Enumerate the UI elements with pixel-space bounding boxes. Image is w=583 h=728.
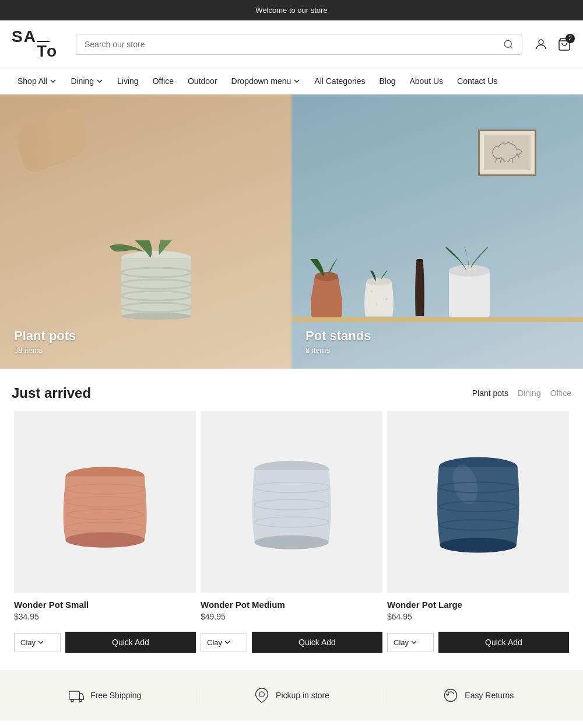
logo-text: SA To	[12, 29, 58, 60]
filter-plant-pots[interactable]: Plant pots	[472, 388, 508, 398]
product-name-1: Wonder Pot Small	[14, 600, 196, 610]
returns-icon	[442, 687, 459, 704]
free-shipping-label: Free Shipping	[90, 691, 141, 700]
nav-item-living[interactable]: Living	[111, 74, 145, 88]
products-grid: Wonder Pot Small $34.95 Clay Quick Add	[0, 411, 583, 664]
svg-point-14	[385, 298, 387, 300]
quick-add-button-3[interactable]: Quick Add	[438, 632, 569, 653]
info-pickup: Pickup in store	[198, 687, 384, 704]
account-icon-button[interactable]	[534, 37, 548, 51]
svg-point-11	[315, 272, 338, 281]
svg-point-0	[504, 40, 511, 47]
just-arrived-section: Just arrived Plant pots Dining Office	[0, 369, 583, 664]
nav-item-blog[interactable]: Blog	[373, 74, 401, 88]
svg-point-10	[121, 313, 191, 320]
free-shipping-icon	[68, 687, 85, 704]
nav-item-outdoor[interactable]: Outdoor	[182, 74, 223, 88]
hero-pot-stands-subtitle: 8 items	[305, 346, 371, 355]
svg-point-18	[449, 265, 490, 276]
hero-plant-pots-subtitle: 38 items	[14, 346, 76, 355]
search-bar[interactable]	[76, 34, 522, 55]
header: SA To 2	[0, 20, 583, 68]
section-header: Just arrived Plant pots Dining Office	[0, 369, 583, 411]
nav-item-dropdown-menu[interactable]: Dropdown menu	[226, 74, 307, 88]
hero-pot-stands[interactable]: Pot stands 8 items	[292, 94, 583, 369]
quick-add-button-1[interactable]: Quick Add	[65, 632, 196, 653]
nav-item-dining[interactable]: Dining	[65, 74, 109, 88]
product-actions-2: Clay Quick Add	[198, 632, 385, 653]
svg-point-38	[79, 699, 82, 702]
svg-point-26	[254, 536, 328, 550]
product-info-2: Wonder Pot Medium $49.95	[198, 593, 385, 632]
variant-select-3[interactable]: Clay	[387, 633, 434, 652]
svg-point-12	[367, 278, 392, 286]
nav-item-contact-us[interactable]: Contact Us	[451, 74, 503, 88]
svg-point-2	[539, 40, 543, 44]
filter-dining[interactable]: Dining	[518, 388, 541, 398]
cart-icon-button[interactable]: 2	[557, 37, 571, 51]
nav-item-all-categories[interactable]: All Categories	[308, 74, 371, 88]
product-price-3: $64.95	[387, 612, 569, 621]
svg-point-37	[71, 699, 73, 702]
product-price-1: $34.95	[14, 612, 196, 621]
svg-line-1	[510, 46, 512, 48]
info-free-shipping: Free Shipping	[12, 687, 198, 704]
product-card-3: Wonder Pot Large $64.95 Clay Quick Add	[385, 411, 571, 664]
filter-office[interactable]: Office	[550, 388, 571, 398]
hero-pot-stands-title: Pot stands	[305, 328, 371, 344]
main-nav: Shop All Dining Living Office Outdoor Dr…	[0, 68, 583, 94]
variant-select-2[interactable]: Clay	[201, 633, 247, 652]
svg-point-15	[375, 303, 377, 305]
shop-range-section: Shop our range	[0, 720, 583, 728]
product-card-1: Wonder Pot Small $34.95 Clay Quick Add	[12, 411, 198, 664]
search-input[interactable]	[85, 40, 498, 49]
header-icons: 2	[534, 37, 571, 51]
svg-point-20	[65, 532, 144, 547]
hero-plant-pots-caption: Plant pots 38 items	[14, 328, 76, 355]
nav-item-shop-all[interactable]: Shop All	[12, 74, 62, 88]
pickup-icon	[254, 687, 270, 704]
hero-pot-stands-caption: Pot stands 8 items	[305, 328, 371, 355]
info-returns: Easy Returns	[385, 687, 571, 704]
variant-select-1[interactable]: Clay	[14, 633, 61, 652]
product-image-small	[14, 411, 196, 593]
svg-rect-17	[449, 271, 490, 317]
svg-point-13	[370, 290, 372, 292]
product-card-2: Wonder Pot Medium $49.95 Clay Quick Add	[198, 411, 385, 664]
product-name-3: Wonder Pot Large	[387, 600, 569, 610]
svg-point-39	[259, 692, 265, 697]
cart-badge: 2	[566, 34, 575, 43]
nav-item-about-us[interactable]: About Us	[404, 74, 449, 88]
product-info-1: Wonder Pot Small $34.95	[12, 593, 198, 632]
product-image-large	[387, 411, 569, 593]
product-price-2: $49.95	[201, 612, 382, 621]
search-icon	[503, 39, 514, 50]
hero-banner[interactable]: Plant pots 38 items	[0, 94, 583, 369]
info-bar: Free Shipping Pickup in store Easy Retur…	[0, 670, 583, 720]
announcement-bar: Welcome to our store	[0, 0, 583, 20]
section-title: Just arrived	[12, 385, 91, 401]
product-image-medium	[201, 411, 382, 593]
product-actions-1: Clay Quick Add	[12, 632, 198, 653]
quick-add-button-2[interactable]: Quick Add	[252, 632, 382, 653]
logo[interactable]: SA To	[12, 29, 64, 60]
product-actions-3: Clay Quick Add	[385, 632, 571, 653]
svg-point-31	[440, 538, 516, 553]
svg-point-40	[445, 690, 457, 702]
hero-plant-pots-title: Plant pots	[14, 328, 76, 344]
product-name-2: Wonder Pot Medium	[201, 600, 382, 610]
svg-rect-36	[69, 691, 80, 699]
section-filters: Plant pots Dining Office	[472, 388, 571, 398]
returns-label: Easy Returns	[465, 691, 514, 700]
nav-item-office[interactable]: Office	[147, 74, 180, 88]
pickup-label: Pickup in store	[276, 691, 329, 700]
announcement-text: Welcome to our store	[255, 6, 327, 15]
product-info-3: Wonder Pot Large $64.95	[385, 593, 571, 632]
hero-plant-pots[interactable]: Plant pots 38 items	[0, 94, 292, 369]
